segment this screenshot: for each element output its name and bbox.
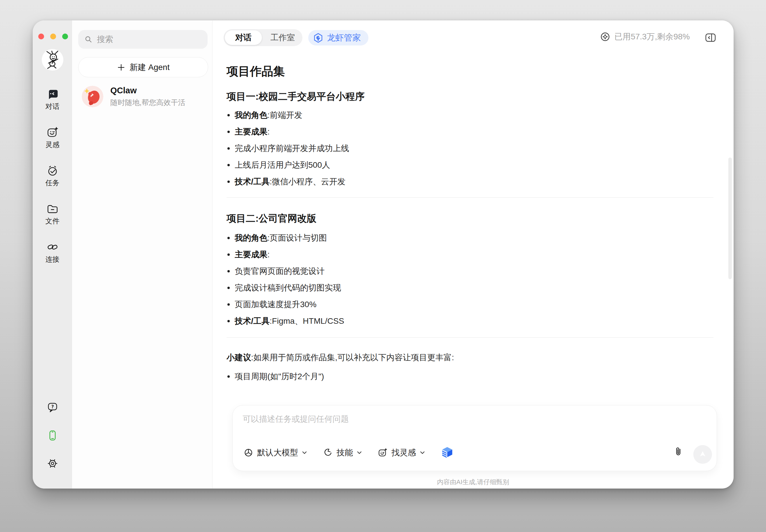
suggestion-paragraph: 小建议:如果用于简历或作品集,可以补充以下内容让项目更丰富: xyxy=(227,352,713,363)
bullet-item: 负责官网页面的视觉设计 xyxy=(227,266,713,277)
help-icon[interactable]: ? xyxy=(47,402,58,413)
panel-toggle-button[interactable] xyxy=(704,31,718,45)
sidebar-item-inspiration[interactable]: 灵感 xyxy=(45,126,59,149)
bullet-item: 技术/工具:Figma、HTML/CSS xyxy=(227,316,713,326)
main-panel: 对话 工作室 龙虾管家 xyxy=(213,20,734,489)
view-segmented-control: 对话 工作室 xyxy=(224,29,302,46)
lobster-avatar xyxy=(82,86,103,107)
bullet-item: 上线后月活用户达到500人 xyxy=(227,160,713,170)
bullet-list: 我的角色:前端开发 主要成果: 完成小程序前端开发并成功上线 上线后月活用户达到… xyxy=(227,110,713,187)
model-selector[interactable]: 默认大模型 xyxy=(243,447,307,458)
composer-input[interactable]: 可以描述任务或提问任何问题 xyxy=(243,414,707,425)
sidebar-item-label: 对话 xyxy=(45,102,59,111)
agent-meta: QClaw 随时随地,帮您高效干活 xyxy=(110,86,185,107)
section-heading: 项目二:公司官网改版 xyxy=(227,212,713,225)
sidebar-item-files[interactable]: 文件 xyxy=(45,203,59,226)
tab-chat[interactable]: 对话 xyxy=(225,30,262,45)
sidebar-item-label: 灵感 xyxy=(45,140,59,149)
app-logo xyxy=(42,49,63,71)
window-controls xyxy=(38,34,68,39)
inspiration-spark-icon xyxy=(377,447,388,458)
skills-selector[interactable]: 技能 xyxy=(323,447,362,458)
section-divider xyxy=(227,337,713,338)
svg-text:?: ? xyxy=(51,404,54,409)
section-divider xyxy=(227,197,713,198)
sidebar-item-label: 任务 xyxy=(45,178,59,188)
desktop: 对话 灵感 xyxy=(0,0,766,532)
left-rail: 对话 灵感 xyxy=(33,20,72,489)
sidebar-item-label: 文件 xyxy=(45,216,59,226)
project-section-1: 项目一:校园二手交易平台小程序 我的角色:前端开发 主要成果: 完成小程序前端开… xyxy=(227,90,713,187)
workspace-cube-button[interactable] xyxy=(440,446,454,459)
tab-workspace[interactable]: 工作室 xyxy=(264,30,301,45)
bullet-item: 我的角色:页面设计与切图 xyxy=(227,233,713,243)
agent-list-panel: 搜索 新建 Agent QClaw 随时 xyxy=(72,20,213,489)
token-usage-icon xyxy=(599,31,611,43)
plus-icon xyxy=(117,63,125,72)
chat-bubble-icon xyxy=(46,88,59,100)
bullet-list: 我的角色:页面设计与切图 主要成果: 负责官网页面的视觉设计 完成设计稿到代码的… xyxy=(227,233,713,326)
bullet-item: 主要成果: xyxy=(227,249,713,260)
bullet-item: 技术/工具:微信小程序、云开发 xyxy=(227,176,713,187)
chevron-down-icon xyxy=(302,450,307,456)
sidebar-toggle-icon xyxy=(704,31,717,44)
composer-toolbar: 默认大模型 技能 xyxy=(243,443,454,462)
inspiration-icon xyxy=(46,126,59,139)
zoom-window-button[interactable] xyxy=(62,34,68,39)
suggestion-bullet-list: 项目周期(如"历时2个月") xyxy=(227,371,713,382)
agent-description: 随时随地,帮您高效干活 xyxy=(110,98,185,107)
agent-badge[interactable]: 龙虾管家 xyxy=(308,30,368,45)
agent-list-item[interactable]: QClaw 随时随地,帮您高效干活 xyxy=(72,80,212,113)
paperclip-icon xyxy=(673,446,684,457)
blue-cube-icon xyxy=(440,446,454,459)
agent-badge-label: 龙虾管家 xyxy=(327,32,361,44)
project-section-2: 项目二:公司官网改版 我的角色:页面设计与切图 主要成果: 负责官网页面的视觉设… xyxy=(227,212,713,326)
content-scrollbar[interactable] xyxy=(728,157,732,279)
section-heading: 项目一:校园二手交易平台小程序 xyxy=(227,90,713,103)
rail-nav: 对话 灵感 xyxy=(45,88,59,264)
hexagon-claw-icon xyxy=(313,33,324,43)
app-window: 对话 灵感 xyxy=(33,20,734,489)
chat-message-content: 项目作品集 项目一:校园二手交易平台小程序 我的角色:前端开发 主要成果: 完成… xyxy=(227,64,713,388)
files-folder-icon xyxy=(46,203,59,215)
chevron-down-icon xyxy=(419,450,425,456)
tasks-icon xyxy=(46,165,59,177)
sidebar-item-connections[interactable]: 连接 xyxy=(45,241,59,264)
close-window-button[interactable] xyxy=(38,34,44,39)
rail-bottom: ? xyxy=(47,402,58,469)
bullet-item: 完成小程序前端开发并成功上线 xyxy=(227,143,713,154)
phone-icon[interactable] xyxy=(47,430,58,441)
bullet-item: 主要成果: xyxy=(227,127,713,137)
agent-name: QClaw xyxy=(110,86,185,95)
token-usage[interactable]: 已用57.3万,剩余98% xyxy=(599,31,690,43)
bullet-item: 项目周期(如"历时2个月") xyxy=(227,371,713,382)
minimize-window-button[interactable] xyxy=(50,34,56,39)
bullet-item: 完成设计稿到代码的切图实现 xyxy=(227,283,713,293)
send-plane-icon xyxy=(697,449,709,460)
bullet-item: 我的角色:前端开发 xyxy=(227,110,713,120)
sidebar-item-tasks[interactable]: 任务 xyxy=(45,165,59,188)
settings-gear-icon[interactable] xyxy=(47,458,58,469)
composer: 可以描述任务或提问任何问题 默认大模型 xyxy=(232,405,717,471)
model-icon xyxy=(243,447,254,458)
attach-file-button[interactable] xyxy=(673,446,684,459)
sidebar-item-chat[interactable]: 对话 xyxy=(45,88,59,111)
token-usage-text: 已用57.3万,剩余98% xyxy=(615,31,690,42)
search-input[interactable]: 搜索 xyxy=(78,30,208,49)
new-agent-button[interactable]: 新建 Agent xyxy=(78,57,208,77)
doodle-figure-icon xyxy=(43,51,62,69)
inspiration-selector-label: 找灵感 xyxy=(391,447,416,458)
search-icon xyxy=(83,34,93,44)
inspiration-selector[interactable]: 找灵感 xyxy=(377,447,425,458)
new-agent-label: 新建 Agent xyxy=(129,62,169,73)
connections-link-icon xyxy=(46,241,59,253)
document-title: 项目作品集 xyxy=(227,64,713,78)
skills-claw-icon xyxy=(323,447,333,458)
sidebar-item-label: 连接 xyxy=(45,255,59,264)
bullet-item: 页面加载速度提升30% xyxy=(227,299,713,310)
topbar: 对话 工作室 龙虾管家 xyxy=(213,29,734,46)
send-button[interactable] xyxy=(693,445,712,464)
search-placeholder: 搜索 xyxy=(97,34,113,45)
ai-disclaimer: 内容由AI生成,请仔细甄别 xyxy=(213,478,734,487)
chevron-down-icon xyxy=(356,450,362,456)
